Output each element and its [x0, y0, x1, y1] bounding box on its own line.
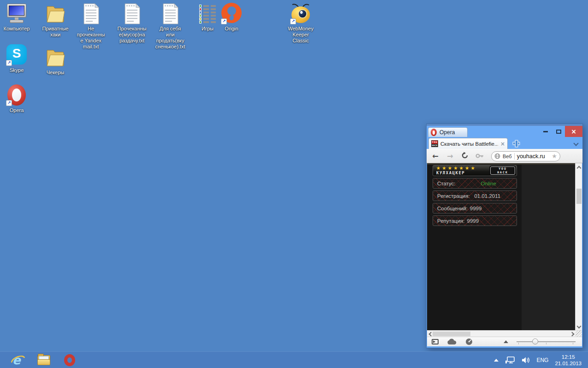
speed-dial-gauge-icon[interactable]: [465, 338, 473, 345]
desktop-icon-label: Origin: [212, 26, 251, 32]
opera-window: Opera × YOU HACK Скачать читы Battlefie.…: [426, 124, 583, 348]
desktop-icon-checked-trash-txt[interactable]: Прочеканны е(мусор)на раздачу.txt: [113, 3, 151, 44]
messages-value: 9999: [470, 206, 482, 211]
vertical-scrollbar[interactable]: [575, 163, 582, 330]
password-wand-icon[interactable]: [475, 153, 485, 160]
desktop-icon-unchecked-yandex-txt[interactable]: Не прочеканны е Yandex mail.txt: [71, 3, 110, 50]
zoom-slider[interactable]: [517, 338, 576, 345]
desktop-icon-label: Компьютер: [0, 26, 36, 32]
reputation-label: Репутация:: [437, 218, 465, 224]
computer-icon: [6, 3, 28, 25]
youhack-logo-badge: YOU HACK: [490, 166, 515, 175]
close-button[interactable]: ×: [565, 126, 582, 137]
webmoney-icon: ↗: [290, 3, 312, 25]
desktop-icon-private-hacks[interactable]: Приватные хаки: [36, 3, 75, 38]
scroll-down-icon[interactable]: [577, 325, 581, 328]
maximize-button[interactable]: [552, 127, 565, 136]
status-row: Статус: Online: [433, 178, 517, 189]
desktop-icon-label: Для себя или продать(вку сненькое).txt: [151, 26, 190, 50]
taskbar-ie-button[interactable]: e: [10, 353, 26, 367]
opera-turbo-cloud-icon[interactable]: [447, 338, 457, 345]
opera-menu-button[interactable]: Opera: [428, 127, 468, 137]
tab-list-chevron-icon[interactable]: [574, 142, 578, 145]
back-button[interactable]: ←: [430, 153, 440, 160]
language-indicator[interactable]: ENG: [536, 357, 548, 363]
folder-icon: [44, 47, 66, 69]
forward-button[interactable]: →: [445, 153, 455, 160]
scroll-right-icon[interactable]: [570, 332, 574, 336]
svg-text:e: e: [12, 353, 22, 367]
volume-icon[interactable]: [522, 356, 530, 364]
address-bar[interactable]: Веб youhack.ru ★: [491, 151, 560, 161]
opera-menu-label: Opera: [440, 129, 455, 136]
registration-value: 01.01.2011: [474, 193, 500, 199]
horizontal-scroll-thumb[interactable]: [433, 332, 470, 336]
shortcut-arrow-icon: ↗: [6, 100, 12, 106]
desktop-icon-computer[interactable]: Компьютер: [0, 3, 36, 32]
desktop-icon-for-self-or-sell-txt[interactable]: Для себя или продать(вку сненькое).txt: [151, 3, 190, 50]
horizontal-scrollbar[interactable]: [427, 330, 582, 337]
close-icon: ×: [571, 128, 576, 135]
skype-icon: S ↗: [6, 44, 28, 66]
tab-close-icon[interactable]: ×: [500, 141, 505, 147]
status-value: Online: [481, 181, 496, 186]
internet-explorer-icon: e: [11, 353, 25, 367]
scroll-left-icon[interactable]: [428, 332, 432, 336]
taskbar-clock[interactable]: 12:15 21.01.2013: [555, 354, 582, 367]
origin-icon: ↗: [220, 3, 243, 25]
desktop-icon-skype[interactable]: S ↗ Skype: [0, 44, 36, 73]
new-tab-button[interactable]: [511, 139, 522, 148]
desktop-icon-label: Прочеканны е(мусор)на раздачу.txt: [113, 26, 151, 44]
desktop-icon-origin[interactable]: ↗ Origin: [212, 3, 251, 32]
desktop-icon-webmoney[interactable]: ↗ WebMoney Keeper Classic: [281, 3, 320, 44]
tab-bar: YOU HACK Скачать читы Battlefie... ×: [427, 137, 582, 149]
panels-toggle-icon[interactable]: [432, 339, 439, 344]
desktop-icon-label: Opera: [0, 107, 36, 113]
registration-label: Регистрация:: [437, 193, 469, 199]
desktop-icon-label: Не прочеканны е Yandex mail.txt: [71, 26, 110, 50]
webpage-content: ★★★★★★★ КУЛХАЦКЕР YOU HACK Статус: Onlin…: [427, 163, 575, 330]
taskbar-explorer-button[interactable]: [36, 353, 52, 367]
messages-row: Сообщений: 9999: [433, 203, 517, 214]
reputation-row: Репутация: 9999: [433, 215, 517, 226]
tab-youhack[interactable]: YOU HACK Скачать читы Battlefie... ×: [428, 138, 508, 149]
network-icon[interactable]: [505, 356, 515, 364]
text-file-icon: [159, 3, 181, 25]
folder-icon: [44, 3, 66, 25]
minimize-icon: [543, 131, 548, 132]
window-titlebar[interactable]: Opera ×: [427, 126, 582, 137]
zoom-popup-icon[interactable]: [504, 340, 508, 343]
youhack-favicon-icon: YOU HACK: [431, 140, 438, 147]
reload-button[interactable]: [460, 152, 470, 160]
browser-statusbar: [427, 337, 582, 346]
address-separator: [514, 153, 515, 160]
search-engine-label[interactable]: Веб: [503, 154, 512, 159]
messages-label: Сообщений:: [437, 206, 468, 211]
desktop-icon-label: Чекеры: [36, 70, 75, 76]
opera-icon: ↗: [6, 84, 28, 107]
rating-stars-icon: ★★★★★★★: [436, 166, 476, 171]
desktop: { "desktop": { "icons": [ { "name": "com…: [0, 0, 588, 368]
status-label: Статус:: [437, 181, 456, 186]
profile-header: ★★★★★★★ КУЛХАЦКЕР YOU HACK: [433, 165, 517, 176]
tray-expand-icon[interactable]: [494, 359, 499, 362]
desktop-icon-opera[interactable]: ↗ Opera: [0, 84, 36, 113]
registration-row: Регистрация: 01.01.2011: [433, 190, 517, 201]
text-file-icon: [121, 3, 143, 25]
window-resize-grip[interactable]: [576, 331, 582, 337]
file-explorer-icon: [37, 355, 50, 365]
system-tray: ENG 12:15 21.01.2013: [494, 354, 588, 367]
desktop-icon-label: Skype: [0, 67, 36, 73]
scroll-up-icon[interactable]: [577, 166, 581, 169]
desktop-icon-checkers-folder[interactable]: Чекеры: [36, 47, 75, 76]
url-text[interactable]: youhack.ru: [517, 153, 550, 160]
taskbar-opera-button[interactable]: [62, 353, 77, 367]
zoom-slider-knob[interactable]: [532, 338, 538, 344]
browser-toolbar: ← → Веб youhack.ru ★: [427, 149, 582, 163]
username-text: КУЛХАЦКЕР: [436, 171, 465, 175]
minimize-button[interactable]: [539, 127, 552, 136]
desktop-icon-label: Приватные хаки: [36, 26, 75, 38]
maximize-icon: [556, 130, 561, 134]
bookmark-star-icon[interactable]: ★: [552, 153, 557, 160]
vertical-scroll-thumb[interactable]: [576, 189, 582, 204]
